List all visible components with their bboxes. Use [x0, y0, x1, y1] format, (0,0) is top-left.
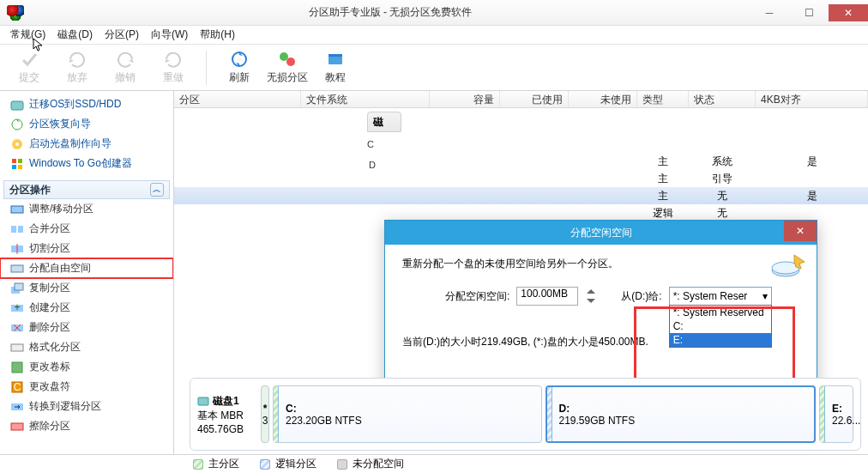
- windows-icon: [10, 157, 24, 171]
- spinner-icon[interactable]: [585, 287, 597, 306]
- col-used[interactable]: 已使用: [500, 91, 569, 107]
- legend-unalloc: 未分配空间: [337, 457, 404, 471]
- svg-text:C: C: [14, 381, 21, 393]
- svg-point-2: [286, 58, 295, 66]
- partition-d[interactable]: D:219.59GB NTFS: [546, 385, 817, 443]
- disc-icon: [10, 137, 24, 151]
- letter-icon: C: [10, 380, 24, 394]
- svg-rect-31: [11, 423, 23, 430]
- table-header: 分区 文件系统 容量 已使用 未使用 类型 状态 4KB对齐: [174, 91, 868, 108]
- ops-panel-header[interactable]: 分区操作 ︿: [3, 180, 170, 199]
- col-filesystem[interactable]: 文件系统: [301, 91, 430, 107]
- label-icon: [10, 361, 24, 374]
- chevron-down-icon: ▾: [763, 290, 768, 302]
- target-select[interactable]: *: System Reser ▾: [669, 287, 772, 306]
- menubar: 常规(G) 磁盘(D) 分区(P) 向导(W) 帮助(H): [0, 26, 868, 45]
- menu-partition[interactable]: 分区(P): [99, 26, 144, 44]
- svg-rect-20: [15, 283, 23, 290]
- resize-icon: [10, 203, 24, 216]
- disk-map: 磁盘1 基本 MBR 465.76GB *3 C:223.20GB NTFS D…: [190, 378, 861, 451]
- discard-button[interactable]: 放弃: [53, 46, 101, 89]
- commit-button[interactable]: 提交: [5, 46, 53, 89]
- chevron-up-icon: ︿: [150, 183, 164, 197]
- disk-info[interactable]: 磁盘1 基本 MBR 465.76GB: [197, 385, 257, 443]
- wizard-bootdisc[interactable]: 启动光盘制作向导: [0, 134, 173, 154]
- label-from: 从(D:)给:: [621, 289, 661, 304]
- app-title: 分区助手专业版 - 无损分区免费软件: [31, 5, 750, 20]
- refresh-button[interactable]: 刷新: [215, 46, 263, 89]
- tutorial-button[interactable]: 教程: [311, 46, 359, 89]
- maximize-button[interactable]: ☐: [789, 4, 829, 21]
- svg-rect-9: [12, 159, 16, 163]
- wizard-wintogo[interactable]: Windows To Go创建器: [0, 154, 173, 173]
- svg-rect-26: [11, 344, 23, 351]
- space-input[interactable]: 100.00MB: [516, 287, 578, 306]
- menu-wizard[interactable]: 向导(W): [146, 26, 193, 44]
- op-create[interactable]: +创建分区: [0, 298, 173, 318]
- titlebar: 分区助手专业版 - 无损分区免费软件 ─ ☐ ✕: [0, 0, 868, 26]
- wizard-recover[interactable]: 分区恢复向导: [0, 114, 173, 134]
- partition-e[interactable]: E:22.6...: [819, 385, 853, 443]
- wipe-icon: [10, 420, 24, 434]
- op-format[interactable]: 格式化分区: [0, 337, 173, 357]
- wizard-migrate-os[interactable]: 迁移OS到SSD/HDD: [0, 94, 173, 114]
- svg-rect-5: [11, 101, 23, 110]
- op-letter[interactable]: C更改盘符: [0, 377, 173, 397]
- create-icon: +: [10, 301, 24, 315]
- op-merge[interactable]: 合并分区: [0, 219, 173, 239]
- col-unused[interactable]: 未使用: [569, 91, 637, 107]
- col-align[interactable]: 4KB对齐: [756, 91, 868, 107]
- col-type[interactable]: 类型: [637, 91, 689, 107]
- close-button[interactable]: ✕: [829, 4, 868, 21]
- table-row[interactable]: 逻辑无: [174, 204, 868, 221]
- svg-point-1: [280, 52, 288, 61]
- svg-rect-12: [18, 165, 22, 169]
- table-row[interactable]: 主引导: [174, 170, 868, 187]
- highlight-box: [634, 306, 795, 389]
- table-row[interactable]: 主系统是: [174, 153, 868, 170]
- format-icon: [10, 341, 24, 355]
- resize-button[interactable]: 无损分区: [263, 46, 311, 89]
- split-icon: [10, 242, 24, 256]
- op-allocate-free[interactable]: 分配自由空间: [0, 258, 173, 278]
- toolbar: 提交 放弃 撤销 重做 刷新 无损分区 教程: [0, 45, 868, 91]
- recover-icon: [10, 118, 24, 131]
- table-row[interactable]: 主无是: [174, 187, 868, 204]
- svg-rect-13: [11, 206, 23, 213]
- minimize-button[interactable]: ─: [750, 4, 789, 21]
- svg-rect-10: [18, 159, 22, 163]
- op-copy[interactable]: 复制分区: [0, 278, 173, 298]
- op-label[interactable]: 更改卷标: [0, 357, 173, 377]
- label-space: 分配空闲空间:: [445, 289, 509, 304]
- svg-rect-15: [18, 226, 23, 233]
- hdd-icon: [197, 395, 209, 407]
- svg-rect-27: [12, 362, 22, 373]
- col-capacity[interactable]: 容量: [430, 91, 500, 107]
- convert-icon: [10, 400, 24, 414]
- app-icon: [7, 5, 24, 21]
- col-status[interactable]: 状态: [689, 91, 756, 107]
- merge-icon: [10, 222, 24, 236]
- op-split[interactable]: 切割分区: [0, 239, 173, 258]
- svg-rect-4: [329, 54, 342, 57]
- reserved-partition[interactable]: *3: [261, 385, 269, 443]
- delete-icon: [10, 321, 24, 335]
- menu-disk[interactable]: 磁盘(D): [52, 26, 98, 44]
- menu-help[interactable]: 帮助(H): [195, 26, 240, 44]
- op-wipe[interactable]: 擦除分区: [0, 416, 173, 436]
- op-delete[interactable]: 删除分区: [0, 318, 173, 337]
- op-tological[interactable]: 转换到逻辑分区: [0, 397, 173, 416]
- dialog-close-button[interactable]: ✕: [784, 221, 817, 241]
- undo-button[interactable]: 撤销: [101, 46, 149, 89]
- partition-c[interactable]: C:223.20GB NTFS: [273, 385, 542, 443]
- cursor-icon: [33, 38, 46, 52]
- legend: 主分区 逻辑分区 未分配空间: [0, 454, 868, 473]
- sidebar: 迁移OS到SSD/HDD 分区恢复向导 启动光盘制作向导 Windows To …: [0, 91, 174, 454]
- dialog-disk-icon: [769, 250, 806, 281]
- op-resize-move[interactable]: 调整/移动分区: [0, 199, 173, 219]
- col-partition[interactable]: 分区: [174, 91, 301, 107]
- svg-rect-14: [11, 226, 16, 233]
- disk-icon: [10, 98, 24, 112]
- redo-button[interactable]: 重做: [149, 46, 197, 89]
- allocate-icon: [10, 262, 24, 276]
